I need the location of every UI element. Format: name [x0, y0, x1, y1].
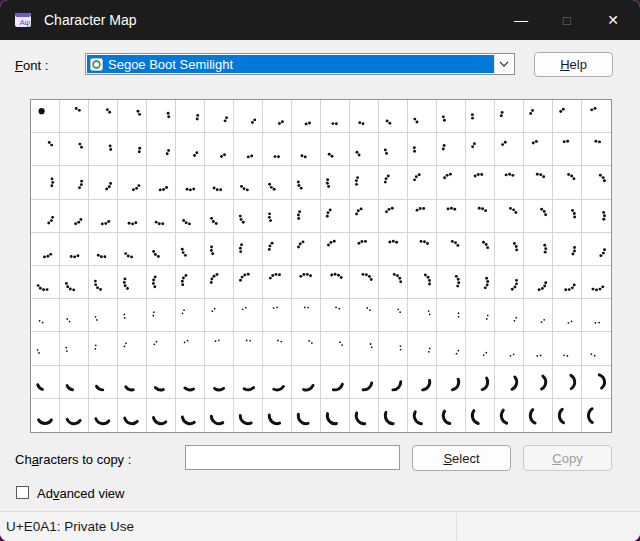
glyph-cell[interactable]	[321, 133, 350, 166]
glyph-cell[interactable]	[205, 133, 234, 166]
glyph-cell[interactable]	[60, 233, 89, 266]
glyph-cell[interactable]	[118, 166, 147, 199]
glyph-cell[interactable]	[263, 299, 292, 332]
chevron-down-icon[interactable]	[494, 55, 513, 73]
glyph-cell[interactable]	[89, 100, 118, 133]
glyph-cell[interactable]	[437, 266, 466, 299]
glyph-cell[interactable]	[89, 200, 118, 233]
glyph-cell[interactable]	[553, 366, 582, 399]
glyph-cell[interactable]	[176, 166, 205, 199]
glyph-cell[interactable]	[553, 133, 582, 166]
glyph-cell[interactable]	[292, 299, 321, 332]
glyph-cell[interactable]	[263, 133, 292, 166]
glyph-cell[interactable]	[379, 200, 408, 233]
glyph-cell[interactable]	[31, 233, 60, 266]
help-button[interactable]: Help	[534, 52, 613, 77]
select-button[interactable]: Select	[412, 445, 511, 471]
glyph-cell[interactable]	[495, 133, 524, 166]
glyph-cell[interactable]	[205, 266, 234, 299]
glyph-cell[interactable]	[495, 200, 524, 233]
glyph-cell[interactable]	[524, 399, 553, 432]
glyph-cell[interactable]	[524, 299, 553, 332]
glyph-cell[interactable]	[437, 332, 466, 365]
glyph-cell[interactable]	[582, 266, 611, 299]
glyph-cell[interactable]	[205, 166, 234, 199]
glyph-cell[interactable]	[31, 166, 60, 199]
characters-to-copy-input[interactable]	[185, 445, 400, 470]
glyph-cell[interactable]	[350, 200, 379, 233]
glyph-cell[interactable]	[379, 166, 408, 199]
glyph-cell[interactable]	[205, 200, 234, 233]
glyph-cell[interactable]	[147, 366, 176, 399]
glyph-cell[interactable]	[118, 332, 147, 365]
glyph-cell[interactable]	[31, 266, 60, 299]
glyph-cell[interactable]	[60, 133, 89, 166]
glyph-cell[interactable]	[582, 332, 611, 365]
glyph-cell[interactable]	[495, 233, 524, 266]
glyph-cell[interactable]	[350, 399, 379, 432]
glyph-cell[interactable]	[31, 100, 60, 133]
glyph-cell[interactable]	[147, 166, 176, 199]
glyph-cell[interactable]	[408, 366, 437, 399]
glyph-cell[interactable]	[263, 100, 292, 133]
glyph-cell[interactable]	[176, 100, 205, 133]
glyph-cell[interactable]	[379, 266, 408, 299]
glyph-cell[interactable]	[350, 233, 379, 266]
glyph-cell[interactable]	[553, 166, 582, 199]
glyph-cell[interactable]	[524, 200, 553, 233]
glyph-cell[interactable]	[292, 332, 321, 365]
glyph-cell[interactable]	[321, 100, 350, 133]
glyph-cell[interactable]	[118, 133, 147, 166]
glyph-cell[interactable]	[408, 266, 437, 299]
glyph-cell[interactable]	[263, 233, 292, 266]
glyph-cell[interactable]	[89, 366, 118, 399]
glyph-cell[interactable]	[437, 366, 466, 399]
glyph-cell[interactable]	[350, 100, 379, 133]
glyph-cell[interactable]	[379, 233, 408, 266]
glyph-cell[interactable]	[437, 100, 466, 133]
glyph-cell[interactable]	[524, 332, 553, 365]
glyph-cell[interactable]	[89, 166, 118, 199]
glyph-cell[interactable]	[176, 366, 205, 399]
glyph-cell[interactable]	[524, 166, 553, 199]
glyph-cell[interactable]	[292, 166, 321, 199]
glyph-cell[interactable]	[437, 399, 466, 432]
glyph-cell[interactable]	[89, 133, 118, 166]
glyph-cell[interactable]	[495, 100, 524, 133]
glyph-cell[interactable]	[234, 233, 263, 266]
glyph-cell[interactable]	[408, 100, 437, 133]
glyph-cell[interactable]	[321, 266, 350, 299]
glyph-cell[interactable]	[292, 133, 321, 166]
glyph-cell[interactable]	[147, 399, 176, 432]
glyph-cell[interactable]	[292, 266, 321, 299]
glyph-cell[interactable]	[118, 266, 147, 299]
advanced-view-label[interactable]: Advanced view	[37, 486, 124, 501]
glyph-cell[interactable]	[466, 166, 495, 199]
glyph-cell[interactable]	[408, 166, 437, 199]
glyph-cell[interactable]	[292, 200, 321, 233]
glyph-cell[interactable]	[553, 299, 582, 332]
glyph-cell[interactable]	[379, 100, 408, 133]
glyph-cell[interactable]	[234, 100, 263, 133]
glyph-cell[interactable]	[466, 332, 495, 365]
glyph-cell[interactable]	[31, 200, 60, 233]
glyph-cell[interactable]	[234, 200, 263, 233]
glyph-cell[interactable]	[495, 399, 524, 432]
glyph-cell[interactable]	[147, 133, 176, 166]
glyph-cell[interactable]	[321, 399, 350, 432]
glyph-cell[interactable]	[553, 266, 582, 299]
glyph-cell[interactable]	[321, 332, 350, 365]
copy-button[interactable]: Copy	[523, 445, 612, 471]
glyph-cell[interactable]	[466, 266, 495, 299]
glyph-cell[interactable]	[118, 100, 147, 133]
glyph-cell[interactable]	[31, 366, 60, 399]
glyph-cell[interactable]	[321, 233, 350, 266]
glyph-cell[interactable]	[466, 366, 495, 399]
glyph-cell[interactable]	[466, 233, 495, 266]
glyph-cell[interactable]	[350, 266, 379, 299]
glyph-cell[interactable]	[205, 100, 234, 133]
glyph-cell[interactable]	[350, 133, 379, 166]
glyph-cell[interactable]	[234, 366, 263, 399]
glyph-cell[interactable]	[408, 399, 437, 432]
glyph-cell[interactable]	[60, 266, 89, 299]
